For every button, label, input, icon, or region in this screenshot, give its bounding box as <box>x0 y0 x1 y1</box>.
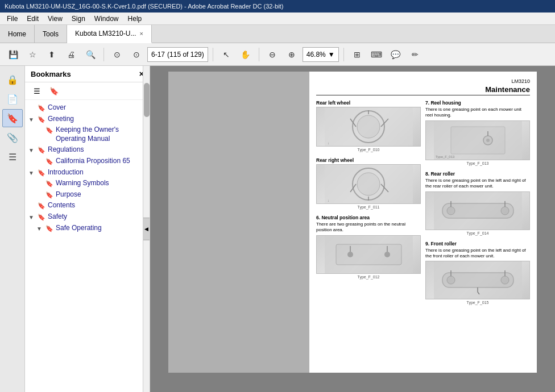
layers-panel-button[interactable]: ☰ <box>2 148 23 166</box>
bookmark-warning-symbols[interactable]: 🔖 Warning Symbols <box>25 178 150 189</box>
pages-panel-button[interactable]: 📄 <box>2 90 23 108</box>
menu-help[interactable]: Help <box>123 14 147 24</box>
title-bar: Kubota LM3210-UM-USZ_16G-00-S.K-Cver1.0.… <box>0 0 555 12</box>
svg-text:↓: ↓ <box>328 141 329 145</box>
view-mode-button[interactable]: ⊞ <box>349 47 366 62</box>
menu-sign[interactable]: Sign <box>67 14 90 24</box>
svg-point-6 <box>357 173 380 195</box>
zoom-level[interactable]: 46.8% ▼ <box>303 47 339 62</box>
bookmark-label: Introduction <box>48 168 146 177</box>
neutral-figure <box>316 235 421 274</box>
rear-left-figure: ↓ <box>316 107 421 147</box>
sidebar-list-view-button[interactable]: ☰ <box>30 85 44 97</box>
bookmark-button[interactable]: ☆ <box>24 47 41 62</box>
upload-button[interactable]: ⬆ <box>43 47 60 62</box>
toolbar-sep-1 <box>103 48 104 61</box>
svg-point-2 <box>357 115 380 138</box>
print-button[interactable]: 🖨 <box>63 47 80 62</box>
menu-window[interactable]: Window <box>90 14 123 24</box>
bookmark-introduction[interactable]: ▼ 🔖 Introduction <box>25 167 150 178</box>
zoom-out-button[interactable]: ⊖ <box>264 47 281 62</box>
hand-tool-button[interactable]: ✋ <box>237 47 254 62</box>
svg-point-19 <box>447 207 455 215</box>
svg-point-15 <box>486 139 490 142</box>
menu-bar: File Edit View Sign Window Help <box>0 12 555 25</box>
zoom-in-button[interactable]: ⊕ <box>283 47 300 62</box>
svg-text:↓: ↓ <box>328 199 329 202</box>
bookmark-label: Safe Operating <box>56 224 146 233</box>
doc-col-left: Rear left wheel ↓ Type_F_010 <box>316 100 421 310</box>
tab-tools[interactable]: Tools <box>35 25 67 43</box>
bookmark-keeping[interactable]: 🔖 Keeping the Owner's Operating Manual <box>25 124 150 144</box>
sidebar-title: Bookmarks <box>31 70 71 78</box>
svg-point-23 <box>447 276 455 284</box>
section-rear-roller: 8. Rear roller There is one greasing poi… <box>425 171 530 235</box>
rear-right-heading: Rear right wheel <box>316 157 421 163</box>
page-left <box>168 72 309 373</box>
svg-rect-9 <box>336 244 401 265</box>
svg-point-10 <box>347 252 353 257</box>
svg-rect-13 <box>451 127 505 154</box>
toolbar-sep-4 <box>343 48 344 61</box>
edit-button[interactable]: ✏ <box>407 47 424 62</box>
bookmark-icon: 🔖 <box>45 157 53 165</box>
bookmark-label: Cover <box>48 103 146 112</box>
section-rear-left: Rear left wheel ↓ Type_F_010 <box>316 100 421 152</box>
bookmark-label: Regulations <box>48 145 146 155</box>
menu-file[interactable]: File <box>2 14 22 24</box>
page-current: 6-17 <box>151 51 165 59</box>
sidebar-tag-view-button[interactable]: 🔖 <box>47 85 61 97</box>
reel-number: 7. Reel housing <box>425 100 530 106</box>
bookmark-icon: 🔖 <box>45 180 53 187</box>
page-indicator[interactable]: 6-17 (115 of 129) <box>147 47 208 62</box>
prev-page-button[interactable]: ⊙ <box>109 47 126 62</box>
title-bar-text: Kubota LM3210-UM-USZ_16G-00-S.K-Cver1.0.… <box>5 3 283 10</box>
reel-text: There is one greasing point on each mowe… <box>425 107 530 119</box>
bookmark-icon: 🔖 <box>38 202 45 210</box>
comment-button[interactable]: 💬 <box>387 47 404 62</box>
bookmark-label: Purpose <box>56 190 146 199</box>
bookmark-california[interactable]: 🔖 California Proposition 65 <box>25 156 150 167</box>
lock-panel-button[interactable]: 🔒 <box>2 70 23 89</box>
sidebar-toolbar: ☰ 🔖 <box>25 82 150 100</box>
bookmark-safety[interactable]: ▼ 🔖 Safety <box>25 211 150 223</box>
toolbar: 💾 ☆ ⬆ 🖨 🔍 ⊙ ⊙ 6-17 (115 of 129) ↖ ✋ ⊖ ⊕ … <box>0 43 555 66</box>
next-page-button[interactable]: ⊙ <box>128 47 145 62</box>
bookmark-icon: 🔖 <box>38 115 45 123</box>
page-spread: LM3210 Maintenance Rear left wheel <box>168 72 537 373</box>
save-button[interactable]: 💾 <box>5 47 22 62</box>
rear-right-figure: ↓ <box>316 164 421 204</box>
bookmark-icon: 🔖 <box>38 146 45 154</box>
sidebar: Bookmarks × ☰ 🔖 🔖 Cover ▼ 🔖 Greeting <box>25 66 150 392</box>
bookmark-label: Contents <box>48 201 146 210</box>
main-content: 🔒 📄 🔖 📎 ☰ Bookmarks × ☰ 🔖 🔖 Cover ▼ 🔖 <box>0 66 555 392</box>
bookmark-regulations[interactable]: ▼ 🔖 Regulations <box>25 144 150 156</box>
tab-document[interactable]: Kubota LM3210-U... × <box>67 25 152 43</box>
bookmark-greeting[interactable]: ▼ 🔖 Greeting <box>25 114 150 125</box>
menu-edit[interactable]: Edit <box>22 14 43 24</box>
sidebar-collapse-handle[interactable]: ◀ <box>143 218 150 240</box>
bookmark-cover[interactable]: 🔖 Cover <box>25 102 150 114</box>
attachments-panel-button[interactable]: 📎 <box>2 128 23 147</box>
bookmark-label: Warning Symbols <box>56 179 146 188</box>
toolbar-sep-2 <box>213 48 213 61</box>
bookmarks-panel-button[interactable]: 🔖 <box>2 109 23 127</box>
tab-close-icon[interactable]: × <box>139 30 143 37</box>
doc-two-col: Rear left wheel ↓ Type_F_010 <box>316 100 530 310</box>
reel-figure: Type_F_013 <box>425 120 530 160</box>
bookmark-safe-operating[interactable]: ▼ 🔖 Safe Operating <box>25 223 150 234</box>
keyboard-button[interactable]: ⌨ <box>368 47 385 62</box>
bookmark-purpose[interactable]: 🔖 Purpose <box>25 189 150 201</box>
front-roller-text: There is one greasing point on the left … <box>425 248 530 260</box>
neutral-text: There are two greasing points on the neu… <box>316 222 421 233</box>
tab-home[interactable]: Home <box>0 25 35 43</box>
bookmark-icon: 🔖 <box>38 213 45 221</box>
menu-view[interactable]: View <box>43 14 67 24</box>
search-button[interactable]: 🔍 <box>82 47 99 62</box>
bookmark-contents[interactable]: 🔖 Contents <box>25 200 150 211</box>
bookmark-label: Keeping the Owner's Operating Manual <box>56 126 146 143</box>
bookmark-label: Greeting <box>48 115 146 124</box>
select-tool-button[interactable]: ↖ <box>218 47 235 62</box>
rear-right-fig-label: Type_F_011 <box>316 205 421 209</box>
scrollbar-thumb <box>144 83 150 117</box>
